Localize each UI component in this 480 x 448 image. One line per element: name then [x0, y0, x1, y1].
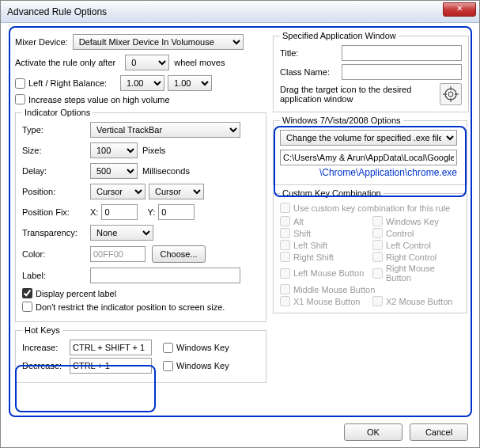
indicator-position-y-select[interactable]: Cursor — [149, 184, 204, 199]
dont-restrict-checkbox[interactable] — [22, 302, 32, 312]
key-rshift-checkbox[interactable] — [280, 252, 290, 262]
key-x2-checkbox[interactable] — [372, 296, 383, 306]
svg-point-1 — [448, 92, 453, 97]
highlight-win7 — [274, 126, 467, 197]
key-lcontrol-label: Left Control — [386, 241, 431, 250]
positionfix-y-input[interactable] — [158, 204, 195, 220]
spec-class-label: Class Name: — [280, 67, 337, 77]
indicator-position-label: Position: — [22, 187, 85, 196]
close-icon: ✕ — [456, 4, 463, 13]
increase-steps-label: Increase steps value on high volume — [28, 95, 170, 104]
key-rshift-label: Right Shift — [293, 252, 334, 262]
specified-app-legend: Specified Application Window — [280, 31, 399, 40]
indicator-label-input[interactable] — [90, 268, 240, 283]
hotkey-decrease-winkey-label: Windows Key — [176, 361, 229, 370]
indicator-type-select[interactable]: Vertical TrackBar — [90, 122, 240, 138]
activate-rule-label-pre: Activate the rule only after — [15, 58, 115, 67]
choose-color-button[interactable]: Choose... — [152, 245, 206, 263]
use-custom-combo-label: Use custom key combination for this rule — [293, 203, 450, 213]
use-custom-combo-checkbox[interactable] — [280, 203, 290, 213]
left-column: Mixer Device: Default Mixer Device In Vo… — [15, 34, 266, 386]
crosshair-icon — [443, 86, 459, 102]
ok-button[interactable]: OK — [344, 423, 403, 441]
specified-app-group: Specified Application Window Title: Clas… — [273, 31, 469, 112]
key-shift-checkbox[interactable] — [280, 228, 290, 238]
positionfix-x-label: X: — [90, 207, 98, 217]
key-x1-checkbox[interactable] — [280, 296, 290, 306]
color-label: Color: — [22, 249, 85, 259]
key-control-checkbox[interactable] — [372, 228, 383, 238]
dont-restrict-label: Don't restrict the indicator position to… — [36, 302, 225, 312]
dialog-buttons: OK Cancel — [339, 423, 468, 441]
positionfix-y-label: Y: — [147, 207, 155, 217]
target-icon[interactable] — [440, 83, 462, 105]
indicator-positionfix-label: Position Fix: — [22, 207, 85, 217]
increase-steps-checkbox[interactable] — [15, 94, 25, 104]
indicator-position-x-select[interactable]: Cursor — [90, 184, 146, 199]
highlight-hotkeys — [15, 365, 156, 412]
spec-title-label: Title: — [280, 48, 337, 58]
key-x1-label: X1 Mouse Button — [293, 297, 360, 306]
key-winkey-checkbox[interactable] — [372, 216, 383, 226]
custom-key-group: Custom Key Combination Use custom key co… — [273, 188, 467, 313]
hotkey-decrease-winkey-checkbox[interactable] — [163, 361, 173, 371]
lr-balance-label: Left / Right Balance: — [28, 78, 120, 88]
spec-title-input[interactable] — [342, 45, 462, 61]
key-shift-label: Shift — [293, 229, 311, 238]
indicator-size-label: Size: — [22, 146, 85, 155]
key-x2-label: X2 Mouse Button — [386, 297, 452, 306]
mixer-device-label: Mixer Device: — [15, 37, 68, 47]
key-rmb-checkbox[interactable] — [372, 268, 383, 279]
activate-rule-label-post: wheel moves — [174, 58, 225, 67]
key-winkey-label: Windows Key — [386, 217, 439, 226]
spec-class-input[interactable] — [342, 64, 462, 80]
lr-balance-checkbox[interactable] — [15, 78, 25, 89]
key-rcontrol-label: Right Control — [386, 252, 437, 262]
close-button[interactable]: ✕ — [443, 2, 476, 17]
indicator-size-select[interactable]: 100 — [90, 142, 138, 158]
drag-target-text: Drag the target icon to the desired appl… — [280, 85, 435, 104]
key-mmb-checkbox[interactable] — [280, 284, 290, 294]
lr-balance-right-select[interactable]: 1.00 — [168, 75, 212, 91]
indicator-delay-select[interactable]: 500 — [90, 163, 138, 179]
activate-wheel-moves-select[interactable]: 0 — [125, 55, 169, 70]
color-input — [90, 246, 146, 262]
mixer-device-select[interactable]: Default Mixer Device In Volumouse — [73, 34, 244, 50]
indicator-label-label: Label: — [22, 271, 85, 280]
display-percent-checkbox[interactable] — [22, 288, 32, 298]
hotkey-increase-winkey-label: Windows Key — [176, 343, 229, 352]
display-percent-label: Display percent label — [36, 289, 116, 298]
window-title: Advanced Rule Options — [7, 6, 107, 17]
key-lmb-label: Left Mouse Button — [293, 268, 364, 278]
key-rcontrol-checkbox[interactable] — [372, 252, 383, 262]
key-rmb-label: Right Mouse Button — [386, 264, 460, 283]
cancel-button[interactable]: Cancel — [410, 423, 468, 441]
key-alt-checkbox[interactable] — [280, 216, 290, 226]
transparency-label: Transparency: — [22, 228, 85, 237]
transparency-select[interactable]: None — [90, 225, 153, 241]
hotkey-increase-label: Increase: — [22, 343, 65, 352]
key-lmb-checkbox[interactable] — [280, 268, 290, 279]
hotkeys-legend: Hot Keys — [22, 325, 62, 335]
indicator-type-label: Type: — [22, 125, 85, 135]
title-bar: Advanced Rule Options ✕ — [1, 1, 479, 23]
key-lshift-label: Left Shift — [293, 241, 327, 250]
indicator-options-group: Indicator Options Type: Vertical TrackBa… — [15, 108, 266, 322]
indicator-delay-label: Delay: — [22, 166, 85, 176]
dialog-content: Mixer Device: Default Mixer Device In Vo… — [1, 23, 479, 447]
key-control-label: Control — [386, 229, 414, 238]
hotkey-increase-winkey-checkbox[interactable] — [163, 343, 173, 353]
indicator-options-legend: Indicator Options — [22, 108, 93, 117]
svg-point-0 — [445, 89, 456, 100]
lr-balance-left-select[interactable]: 1.00 — [120, 75, 164, 91]
key-lshift-checkbox[interactable] — [280, 240, 290, 250]
indicator-delay-unit: Milliseconds — [142, 166, 190, 176]
hotkey-increase-input[interactable] — [70, 340, 152, 355]
win7-options-legend: Windows 7/Vista/2008 Options — [280, 116, 403, 125]
key-alt-label: Alt — [293, 217, 304, 226]
indicator-size-unit: Pixels — [142, 146, 165, 155]
key-lcontrol-checkbox[interactable] — [372, 240, 383, 250]
key-mmb-label: Middle Mouse Button — [293, 285, 375, 294]
positionfix-x-input[interactable] — [101, 204, 138, 220]
